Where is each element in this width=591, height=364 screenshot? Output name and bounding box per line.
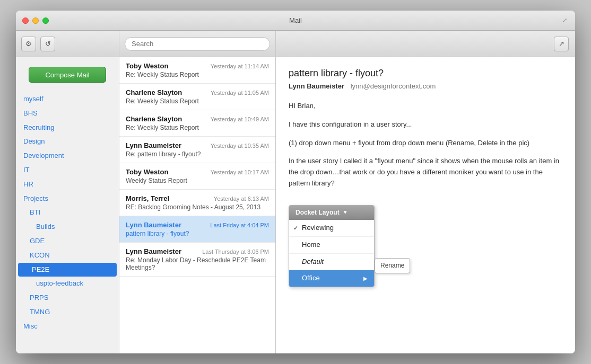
email-subject: Re: Weekly Status Report [126,124,269,131]
main-layout: ⚙ ↺ Compose Mail myself BHS Recruiting D… [16,31,575,353]
dropdown-item-office[interactable]: Office ▶ [289,270,374,287]
minimize-button[interactable] [32,17,39,24]
sidebar-item-gde[interactable]: GDE [16,234,119,248]
dropdown-body: Reviewing Home Default Office [289,220,374,287]
list-item[interactable]: Lynn Baumeister Yesterday at 10:35 AM Re… [119,137,275,163]
titlebar: Mail ⤢ [16,11,575,31]
sidebar-item-myself[interactable]: myself [16,92,119,106]
email-meta: Lynn Baumeister lynn@designforcontext.co… [289,82,562,90]
sidebar-item-kcon[interactable]: KCON [16,248,119,263]
sidebar: ⚙ ↺ Compose Mail myself BHS Recruiting D… [16,31,119,353]
content-toolbar: ↗ [276,31,575,57]
email-time: Yesterday at 10:17 AM [211,169,269,175]
share-icon: ↗ [559,40,564,48]
list-item[interactable]: Lynn Baumeister Last Thursday at 3:06 PM… [119,243,275,277]
email-header-row: Lynn Baumeister Last Friday at 4:04 PM [126,221,269,229]
list-item[interactable]: Lynn Baumeister Last Friday at 4:04 PM p… [119,216,275,243]
search-input[interactable] [125,37,270,51]
dropdown-mockup-container: Docket Layout ▼ Reviewing Home [289,197,562,287]
sidebar-item-misc[interactable]: Misc [16,319,119,334]
email-subject: Re: Monday Labor Day - Reschedule PE2E T… [126,256,269,271]
sidebar-item-development[interactable]: Development [16,149,119,163]
content-pane: ↗ pattern library - flyout? Lynn Baumeis… [276,31,575,353]
dropdown-item-label: Office [302,273,320,284]
email-time: Last Thursday at 3:06 PM [202,248,269,255]
dropdown-arrow-icon: ▼ [343,208,348,217]
from-email: lynn@designforcontext.com [351,82,436,90]
email-list-pane: Toby Weston Yesterday at 11:14 AM Re: We… [119,31,276,353]
email-subject: Re: Weekly Status Report [126,71,269,78]
share-button[interactable]: ↗ [554,37,569,51]
sidebar-item-bhs[interactable]: BHS [16,106,119,121]
dropdown-item-label: Reviewing [302,223,334,234]
dropdown-header: Docket Layout ▼ [289,206,374,220]
from-name: Lynn Baumeister [289,82,344,90]
sidebar-item-projects[interactable]: Projects [16,192,119,206]
dropdown-item-label: Home [302,239,320,251]
email-sender: Charlene Slayton [126,88,182,96]
gear-icon: ⚙ [25,40,32,48]
sidebar-item-pe2e[interactable]: PE2E [18,263,117,277]
list-item[interactable]: Charlene Slayton Yesterday at 10:49 AM R… [119,110,275,137]
list-item[interactable]: Toby Weston Yesterday at 10:17 AM Weekly… [119,163,275,190]
email-header-row: Charlene Slayton Yesterday at 10:49 AM [126,115,269,123]
sidebar-item-recruiting[interactable]: Recruiting [16,121,119,135]
sidebar-item-bti[interactable]: BTI [16,206,119,220]
fullscreen-icon: ⤢ [562,17,567,24]
email-subject: Weekly Status Report [126,177,269,184]
fullscreen-button[interactable]: ⤢ [560,16,569,25]
sidebar-item-prps[interactable]: PRPS [16,291,119,305]
email-header-row: Morris, Terrel Yesterday at 6:13 AM [126,194,269,202]
email-sender: Charlene Slayton [126,115,182,123]
email-header-row: Toby Weston Yesterday at 10:17 AM [126,168,269,176]
email-subject: pattern library - flyout? [126,230,269,237]
list-item[interactable]: Toby Weston Yesterday at 11:14 AM Re: We… [119,57,275,84]
email-subject: Re: Weekly Status Report [126,97,269,105]
sidebar-item-hr[interactable]: HR [16,177,119,192]
sidebar-item-it[interactable]: IT [16,163,119,177]
email-subject-title: pattern library - flyout? [289,68,562,79]
email-subject: Re: pattern library - flyout? [126,150,269,158]
email-time: Last Friday at 4:04 PM [210,222,269,228]
dropdown-item-default[interactable]: Default [289,254,374,271]
gear-button[interactable]: ⚙ [21,37,36,51]
submenu-arrow-icon: ▶ [363,274,368,283]
email-time: Yesterday at 11:05 AM [211,90,269,96]
dropdown-header-label: Docket Layout [296,208,340,218]
email-subject: RE: Backlog Grooming Notes - August 25, … [126,203,269,211]
email-header-row: Charlene Slayton Yesterday at 11:05 AM [126,88,269,96]
list-item[interactable]: Morris, Terrel Yesterday at 6:13 AM RE: … [119,190,275,216]
email-header-row: Lynn Baumeister Last Thursday at 3:06 PM [126,247,269,255]
body-paragraph-1: I have this configuration in a user stor… [289,119,562,130]
email-header-row: Toby Weston Yesterday at 11:14 AM [126,62,269,70]
email-list-toolbar [119,31,275,57]
window-title: Mail [289,16,302,24]
compose-mail-button[interactable]: Compose Mail [29,67,106,83]
sidebar-item-tmng[interactable]: TMNG [16,305,119,319]
sidebar-toolbar: ⚙ ↺ [16,31,119,57]
email-sender: Toby Weston [126,168,168,176]
maximize-button[interactable] [42,17,49,24]
email-sender: Lynn Baumeister [126,141,181,149]
list-item[interactable]: Charlene Slayton Yesterday at 11:05 AM R… [119,84,275,110]
email-time: Yesterday at 6:13 AM [214,196,269,202]
email-header-row: Lynn Baumeister Yesterday at 10:35 AM [126,141,269,149]
refresh-icon: ↺ [45,40,51,48]
sidebar-item-builds[interactable]: Builds [16,220,119,234]
mail-window: Mail ⤢ ⚙ ↺ Compose Mail myself BHS [16,11,575,353]
email-sender: Lynn Baumeister [126,247,181,255]
email-list: Toby Weston Yesterday at 11:14 AM Re: We… [119,57,275,353]
flyout-label: Rename [375,258,410,273]
email-time: Yesterday at 10:35 AM [211,143,269,149]
email-time: Yesterday at 11:14 AM [211,63,269,69]
dropdown-item-reviewing[interactable]: Reviewing [289,220,374,237]
body-paragraph-2: (1) drop down menu + flyout from drop do… [289,138,562,149]
sidebar-item-design[interactable]: Design [16,135,119,149]
close-button[interactable] [22,17,29,24]
sidebar-item-uspto-feedback[interactable]: uspto-feedback [16,277,119,291]
refresh-button[interactable]: ↺ [40,37,55,51]
dropdown-item-home[interactable]: Home [289,237,374,254]
email-sender: Morris, Terrel [126,194,169,202]
sidebar-nav: myself BHS Recruiting Design Development… [16,90,119,353]
email-sender: Lynn Baumeister [126,221,181,229]
